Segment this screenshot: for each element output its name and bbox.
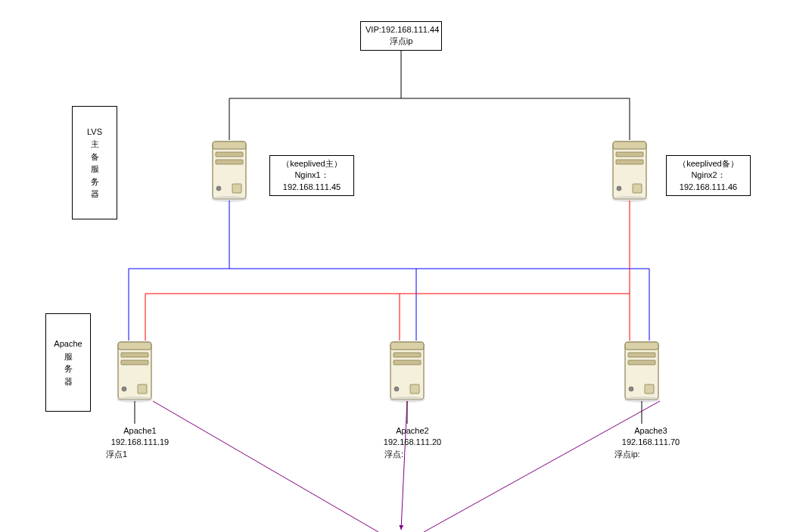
server-tower-icon bbox=[624, 342, 660, 403]
apache3-ip: 192.168.111.70 bbox=[605, 437, 696, 448]
apache3-label: Apache3 192.168.111.70 浮点ip: bbox=[605, 425, 696, 460]
apache2-label: Apache2 192.168.111.20 浮点: bbox=[371, 425, 454, 460]
apache1-name: Apache1 bbox=[98, 425, 182, 437]
vip-line1: VIP:192.168.111.44 bbox=[366, 24, 437, 36]
server-tower-icon bbox=[117, 342, 153, 403]
nginx2-line3: 192.168.111.46 bbox=[671, 182, 745, 193]
lvs-l2: 主 bbox=[91, 138, 99, 151]
nginx1-line2: Nginx1： bbox=[275, 170, 349, 181]
apache1-ip: 192.168.111.19 bbox=[98, 437, 182, 448]
vip-box: VIP:192.168.111.44 浮点ip bbox=[360, 21, 442, 51]
nginx2-box: （keeplived备） Nginx2： 192.168.111.46 bbox=[666, 155, 751, 196]
lvs-l4: 服 bbox=[91, 163, 99, 176]
nginx2-line2: Nginx2： bbox=[671, 170, 745, 181]
svg-line-26 bbox=[401, 401, 407, 530]
server-tower-icon bbox=[211, 142, 247, 202]
apache-box-l1: Apache bbox=[54, 338, 82, 350]
apache1-label: Apache1 192.168.111.19 浮点1 bbox=[98, 425, 182, 460]
lvs-l1: LVS bbox=[87, 126, 102, 138]
lvs-l3: 备 bbox=[91, 151, 99, 163]
nginx1-line1: （keeplived主） bbox=[275, 158, 349, 170]
svg-line-24 bbox=[153, 401, 378, 532]
apache2-name: Apache2 bbox=[371, 425, 454, 437]
lvs-l6: 器 bbox=[91, 188, 99, 201]
apache3-name: Apache3 bbox=[605, 425, 696, 437]
apache2-float: 浮点: bbox=[371, 449, 454, 460]
lvs-l5: 务 bbox=[91, 176, 99, 188]
apache3-float: 浮点ip: bbox=[605, 449, 696, 460]
vip-line2: 浮点ip bbox=[366, 36, 437, 47]
server-tower-icon bbox=[389, 342, 425, 403]
apache1-float: 浮点1 bbox=[98, 449, 182, 460]
apache-box-l3: 务 bbox=[64, 362, 73, 375]
apache2-ip: 192.168.111.20 bbox=[371, 437, 454, 448]
apache-box-l4: 器 bbox=[64, 375, 73, 388]
nginx2-line1: （keeplived备） bbox=[671, 158, 745, 170]
server-tower-icon bbox=[611, 142, 648, 202]
apache-group-box: Apache 服 务 器 bbox=[45, 313, 91, 412]
apache-box-l2: 服 bbox=[64, 350, 73, 363]
nginx1-line3: 192.168.111.45 bbox=[275, 182, 349, 193]
lvs-group-box: LVS 主 备 服 务 器 bbox=[72, 106, 117, 219]
svg-line-25 bbox=[424, 401, 660, 532]
nginx1-box: （keeplived主） Nginx1： 192.168.111.45 bbox=[269, 155, 354, 196]
